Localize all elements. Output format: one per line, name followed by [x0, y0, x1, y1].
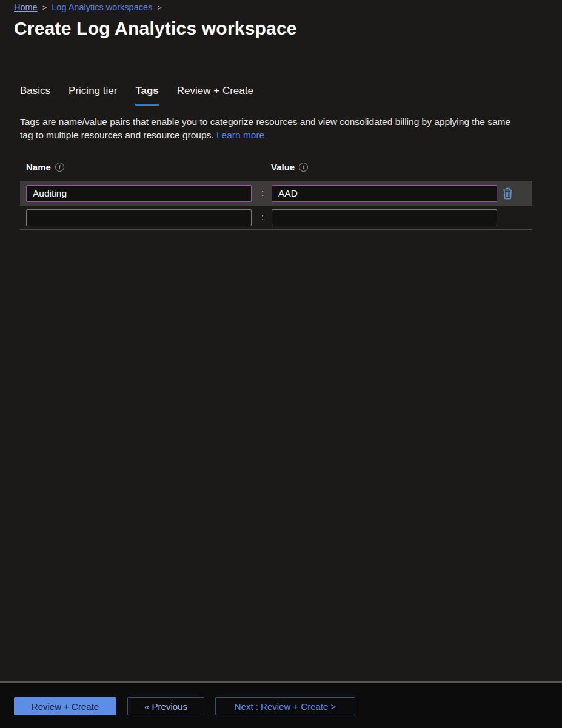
value-header-label: Value [271, 162, 295, 172]
more-menu-ellipsis-icon[interactable]: ··· [281, 27, 292, 38]
breadcrumb-home-link[interactable]: Home [14, 2, 38, 12]
tag-row: : [20, 206, 532, 230]
pair-separator: : [258, 185, 267, 202]
info-icon[interactable]: i [55, 163, 64, 172]
tag-name-input-empty[interactable] [26, 209, 252, 226]
breadcrumb-separator: > [157, 3, 162, 12]
delete-tag-button[interactable] [500, 186, 515, 201]
tag-value-input[interactable] [272, 185, 497, 202]
previous-button[interactable]: « Previous [127, 697, 204, 715]
value-column-header: Value i [271, 162, 308, 172]
table-bottom-divider [20, 229, 532, 230]
learn-more-link[interactable]: Learn more [216, 130, 264, 140]
page-title: Create Log Analytics workspace [14, 18, 297, 39]
tab-pricing-tier[interactable]: Pricing tier [69, 85, 117, 106]
name-header-label: Name [26, 162, 51, 172]
tag-name-input[interactable] [26, 185, 252, 202]
breadcrumb-separator: > [42, 3, 47, 12]
pair-separator: : [258, 209, 267, 226]
trash-icon [501, 187, 514, 200]
info-icon[interactable]: i [299, 163, 308, 172]
review-create-button[interactable]: Review + Create [14, 697, 116, 715]
tags-description: Tags are name/value pairs that enable yo… [20, 115, 526, 141]
name-column-header: Name i [26, 162, 64, 172]
tags-description-text: Tags are name/value pairs that enable yo… [20, 116, 510, 140]
tab-basics[interactable]: Basics [20, 85, 50, 106]
footer-action-bar: Review + Create « Previous Next : Review… [0, 682, 562, 728]
next-review-create-button[interactable]: Next : Review + Create > [215, 697, 355, 715]
tag-row: : [20, 181, 532, 206]
tab-review-create[interactable]: Review + Create [177, 85, 253, 106]
tab-bar: Basics Pricing tier Tags Review + Create [20, 85, 272, 106]
breadcrumb: Home > Log Analytics workspaces > [14, 2, 162, 12]
tag-value-input-empty[interactable] [272, 209, 497, 226]
tab-tags[interactable]: Tags [135, 85, 158, 106]
breadcrumb-section-link[interactable]: Log Analytics workspaces [52, 2, 152, 12]
